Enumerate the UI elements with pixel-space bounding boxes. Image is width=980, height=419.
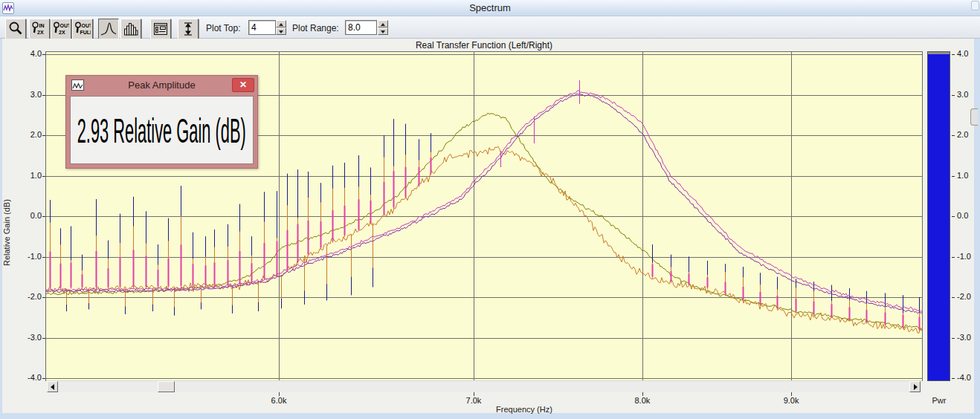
y-tick-mark-left (42, 297, 45, 298)
plot-range-input[interactable] (345, 20, 377, 35)
popup-body: 2.93 Relative Gain (dB) (70, 96, 254, 164)
y-tick-mark-left (42, 135, 45, 136)
plot-top-spinner (276, 20, 286, 35)
y-tick-label-right: -4.0 (957, 373, 980, 382)
y-tick-mark-right (952, 216, 955, 217)
svg-text:2X: 2X (37, 30, 44, 35)
y-tick-label-left: -1.0 (12, 252, 42, 261)
y-tick-mark-right (952, 257, 955, 258)
spectrum-window: Spectrum IN 2X OUT (0, 0, 980, 419)
x-tick-label: 6.0k (264, 396, 294, 405)
y-tick-label-left: -4.0 (12, 373, 42, 382)
display-options-button[interactable] (150, 19, 171, 39)
vertical-fit-button[interactable] (178, 19, 199, 39)
y-axis-title: Relative Gain (dB) (2, 169, 13, 296)
y-tick-label-left: 1.0 (12, 171, 42, 180)
y-tick-mark-right (952, 297, 955, 298)
plot-top-label: Plot Top: (206, 23, 240, 33)
y-tick-mark-left (42, 257, 45, 258)
y-tick-label-right: 3.0 (957, 90, 980, 99)
y-tick-mark-left (42, 338, 45, 339)
y-tick-label-right: -3.0 (957, 333, 980, 342)
side-panel-handle[interactable] (970, 108, 978, 126)
y-tick-mark-right (952, 378, 955, 379)
power-colorbar (927, 51, 950, 381)
y-tick-label-left: 3.0 (12, 90, 42, 99)
peak-amplitude-value: 2.93 Relative Gain (dB) (77, 110, 246, 151)
y-tick-mark-left (42, 54, 45, 55)
y-tick-label-right: -1.0 (957, 252, 980, 261)
window-control-stub[interactable] (971, 1, 979, 10)
plot-top-input[interactable] (248, 20, 276, 35)
y-tick-mark-right (952, 338, 955, 339)
svg-text:OUT: OUT (60, 23, 70, 28)
y-tick-label-left: -2.0 (12, 292, 42, 301)
x-tick-label: 9.0k (776, 396, 806, 405)
y-tick-mark-left (42, 176, 45, 177)
orange-trace (46, 146, 922, 333)
y-tick-label-right: 1.0 (957, 171, 980, 180)
zoom-out-2x-button[interactable]: OUT 2X (51, 19, 71, 39)
y-tick-label-right: 2.0 (957, 130, 980, 139)
scrollbar-thumb[interactable] (158, 381, 175, 392)
y-tick-label-left: 0.0 (12, 211, 42, 220)
scroll-left-arrow-icon[interactable] (47, 381, 58, 392)
x-tick-label: 7.0k (459, 396, 489, 405)
close-icon[interactable]: ✕ (232, 78, 254, 92)
plot-range-spin-down[interactable] (378, 27, 388, 35)
plot-range-spinner (378, 20, 388, 35)
toolbar: IN 2X OUT 2X OUT FULL (0, 16, 980, 39)
window-title: Spectrum (0, 2, 980, 13)
peak-amplitude-popup: Peak Amplitude ✕ 2.93 Relative Gain (dB) (65, 75, 258, 169)
horizontal-scrollbar[interactable] (46, 380, 922, 392)
y-tick-mark-left (42, 216, 45, 217)
chart-title: Real Transfer Function (Left/Right) (46, 40, 922, 51)
y-tick-label-left: 2.0 (12, 130, 42, 139)
y-tick-mark-right (952, 54, 955, 55)
y-tick-mark-right (952, 135, 955, 136)
y-tick-label-right: 0.0 (957, 211, 980, 220)
popup-title: Peak Amplitude (66, 79, 257, 91)
trace-glitches (501, 80, 580, 167)
plot-top-spin-down[interactable] (276, 27, 286, 35)
x-tick-label: 8.0k (628, 396, 657, 405)
titlebar[interactable]: Spectrum (0, 0, 980, 16)
y-tick-mark-left (42, 95, 45, 96)
plot-top-spin-up[interactable] (276, 20, 286, 27)
y-tick-label-right: -2.0 (957, 292, 980, 301)
zoom-in-2x-button[interactable]: IN 2X (29, 19, 50, 39)
x-axis-title: Frequency (Hz) (446, 405, 602, 414)
svg-text:FULL: FULL (80, 30, 91, 35)
svg-text:OUT: OUT (82, 23, 91, 28)
y-tick-label-left: -3.0 (12, 333, 42, 342)
plot-range-label: Plot Range: (292, 23, 339, 33)
zoom-out-full-button[interactable]: OUT FULL (72, 19, 93, 39)
y-tick-label-right: 4.0 (957, 49, 980, 58)
y-tick-label-left: 4.0 (12, 49, 42, 58)
y-tick-mark-left (42, 378, 45, 379)
plot-range-spin-up[interactable] (378, 20, 388, 27)
peak-trace-mode-button[interactable] (98, 19, 119, 39)
colorbar-label: Pwr (926, 396, 952, 405)
svg-text:2X: 2X (59, 30, 65, 35)
y-tick-mark-right (952, 95, 955, 96)
scroll-right-arrow-icon[interactable] (909, 381, 921, 392)
svg-text:IN: IN (39, 23, 45, 28)
zoom-tool-button[interactable] (5, 19, 26, 39)
y-tick-mark-right (952, 176, 955, 177)
bar-spectrum-mode-button[interactable] (120, 19, 141, 39)
popup-titlebar[interactable]: Peak Amplitude ✕ (66, 76, 257, 94)
